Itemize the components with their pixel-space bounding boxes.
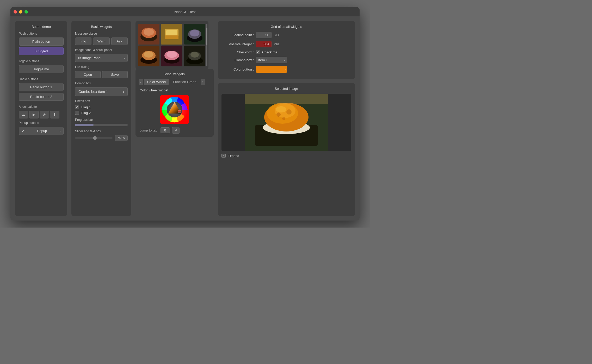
jump-tab-label: Jump to tab: xyxy=(140,128,158,132)
minimize-button[interactable] xyxy=(19,10,22,14)
svg-rect-7 xyxy=(165,35,178,39)
jump-tab-input[interactable]: 0 xyxy=(161,127,170,133)
styled-button[interactable]: ✈ Styled xyxy=(19,47,64,55)
scroll-indicator[interactable] xyxy=(206,24,207,66)
image-cell-2[interactable] xyxy=(161,24,182,45)
toggle-buttons-label: Toggle buttons xyxy=(19,59,64,63)
open-button[interactable]: Open xyxy=(75,71,101,78)
expand-checkmark: ✓ xyxy=(222,154,225,158)
block-icon: ⊘ xyxy=(43,112,46,117)
image-panel-label-text: 🗂 Image Panel xyxy=(78,56,101,60)
image-cell-6[interactable] xyxy=(184,46,205,66)
button-demo-panel: Button demo Push buttons Plain button ✈ … xyxy=(15,21,67,216)
ask-button[interactable]: Ask xyxy=(111,37,128,45)
image-cell-1[interactable] xyxy=(138,24,159,45)
image-cell-3[interactable] xyxy=(184,24,205,45)
jump-tab-go-button[interactable]: ↗ xyxy=(172,127,180,134)
slider-track[interactable] xyxy=(75,137,113,139)
maximize-button[interactable] xyxy=(24,10,28,14)
svg-point-23 xyxy=(190,52,199,58)
positive-integer-label: Positive integer : xyxy=(223,42,254,46)
popup-chevron: › xyxy=(60,129,61,133)
traffic-lights xyxy=(14,10,28,14)
tool-palette: ☁ ▶ ⊘ ⬇ xyxy=(19,111,64,118)
image-cell-5[interactable] xyxy=(161,46,182,66)
slider-value[interactable]: 50 % xyxy=(115,135,128,141)
tab-function-graph[interactable]: Function Graph xyxy=(170,79,200,85)
file-dialog-label: File dialog xyxy=(75,65,128,69)
color-wheel-container xyxy=(140,95,209,124)
progress-bar xyxy=(75,124,128,126)
info-button[interactable]: Info xyxy=(75,37,91,45)
message-dialog-label: Message dialog xyxy=(75,32,128,35)
titlebar: NanoGUI Test xyxy=(10,7,360,16)
color-swatch-chevron-icon: › xyxy=(285,67,286,71)
slider-row: 50 % xyxy=(75,135,128,141)
combo-box-label: Combo box xyxy=(75,81,128,85)
tab-prev-button[interactable]: ‹ xyxy=(139,79,143,85)
expand-label: Expand xyxy=(228,154,239,158)
color-button-label: Color button : xyxy=(223,67,254,71)
color-wheel-svg[interactable] xyxy=(160,95,189,124)
flag2-checkbox[interactable] xyxy=(75,111,79,115)
color-swatch-button[interactable]: › xyxy=(256,66,287,73)
warn-button[interactable]: Warn xyxy=(93,37,109,45)
center-column: Misc. widgets ‹ Color Wheel Function Gra… xyxy=(135,21,214,216)
toggle-button[interactable]: Toggle me xyxy=(19,65,64,73)
combo-box-grid-label: Combo box : xyxy=(223,58,254,62)
window-title: NanoGUI Test xyxy=(174,10,195,14)
tool-download-button[interactable]: ⬇ xyxy=(50,111,59,118)
svg-point-11 xyxy=(190,30,199,36)
tool-play-button[interactable]: ▶ xyxy=(29,111,39,118)
svg-point-35 xyxy=(276,112,281,117)
image-cell-4[interactable] xyxy=(138,46,159,66)
popup-icon: ↗ xyxy=(22,129,24,133)
flag1-checkmark: ✓ xyxy=(76,105,78,109)
positive-integer-unit: Mhz xyxy=(274,42,280,46)
close-button[interactable] xyxy=(14,10,17,14)
flag1-checkbox[interactable]: ✓ xyxy=(75,105,79,109)
basic-widgets-title: Basic widgets xyxy=(75,25,128,29)
flag2-row: Flag 2 xyxy=(75,111,128,115)
positive-integer-input[interactable] xyxy=(256,41,272,47)
image-panel-button[interactable]: 🗂 Image Panel › xyxy=(75,54,128,62)
color-wheel-title: Color wheel widget xyxy=(140,88,209,92)
expand-row: ✓ Expand xyxy=(221,154,351,158)
selected-image-title: Selected image xyxy=(221,87,351,91)
svg-point-3 xyxy=(144,28,154,36)
tab-bar: ‹ Color Wheel Function Graph › xyxy=(139,79,211,85)
plain-button[interactable]: Plain button xyxy=(19,37,64,46)
image-panel-label: Image panel & scroll panel xyxy=(75,48,128,52)
popup-label: Popup xyxy=(37,129,47,133)
radio-button-2[interactable]: Radio button 2 xyxy=(19,93,64,101)
combo-box-item: Combo box item 1 xyxy=(78,90,108,94)
expand-checkbox[interactable]: ✓ xyxy=(221,154,226,158)
check-box-label: Check box xyxy=(75,99,128,103)
tab-next-button[interactable]: › xyxy=(201,79,205,85)
floating-point-input[interactable] xyxy=(256,32,272,38)
slider-thumb[interactable] xyxy=(93,136,97,140)
jump-tab-row: Jump to tab: 0 ↗ xyxy=(140,127,209,134)
flag1-label: Flag 1 xyxy=(81,105,91,109)
popup-buttons-label: Popup buttons xyxy=(19,121,64,125)
tab-color-wheel[interactable]: Color Wheel xyxy=(144,79,169,85)
tool-cloud-button[interactable]: ☁ xyxy=(19,111,28,118)
check-me-checkmark: ✓ xyxy=(257,50,259,54)
grid-combo-button[interactable]: Item 1 › xyxy=(256,57,287,63)
radio-button-1[interactable]: Radio button 1 xyxy=(19,83,64,91)
tool-block-button[interactable]: ⊘ xyxy=(40,111,49,118)
image-grid xyxy=(135,21,208,69)
svg-point-37 xyxy=(282,117,285,120)
popup-button[interactable]: ↗ Popup › xyxy=(19,127,64,135)
save-button[interactable]: Save xyxy=(102,71,128,78)
svg-rect-39 xyxy=(245,94,328,104)
tool-palette-label: A tool palette xyxy=(19,105,64,109)
check-me-checkbox[interactable]: ✓ xyxy=(256,50,260,54)
combo-box-button[interactable]: Combo box item 1 › xyxy=(75,87,128,96)
message-dialog-buttons: Info Warn Ask xyxy=(75,37,128,45)
grid-combo-chevron: › xyxy=(284,58,285,62)
basic-widgets-panel: Basic widgets Message dialog Info Warn A… xyxy=(71,21,131,216)
flag1-row: ✓ Flag 1 xyxy=(75,105,128,109)
slider-label: Slider and text box xyxy=(75,129,128,133)
positive-integer-row: Positive integer : Mhz xyxy=(223,41,350,47)
